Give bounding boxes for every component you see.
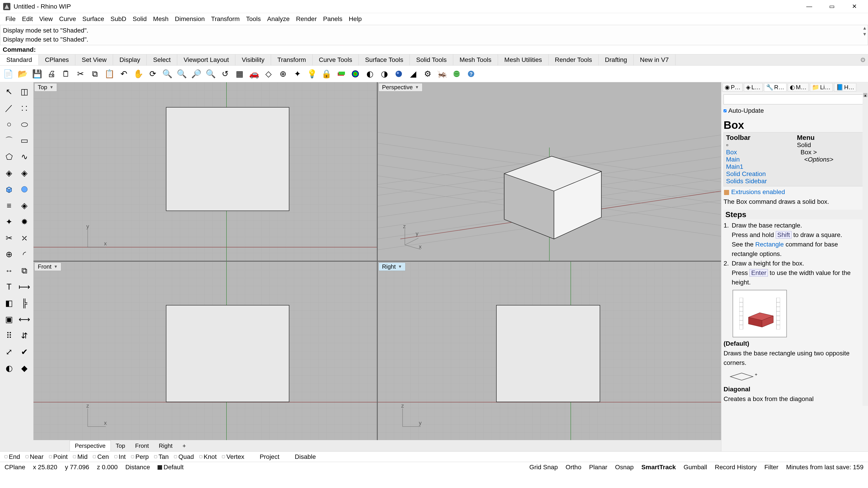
viewport-top[interactable]: Top▼ y x [33, 82, 377, 261]
box-icon[interactable] [2, 182, 16, 197]
osnap-quad[interactable]: Quad [174, 453, 194, 460]
viewport-label-top[interactable]: Top▼ [34, 83, 57, 92]
grasshopper-icon[interactable]: 🦗 [436, 68, 448, 80]
four-view-icon[interactable]: ▦ [234, 68, 246, 80]
tab-select[interactable]: Select [147, 55, 177, 65]
status-gridsnap[interactable]: Grid Snap [529, 464, 558, 471]
tab-display[interactable]: Display [113, 55, 147, 65]
print-icon[interactable]: 🖨 [46, 68, 57, 80]
vptab-right[interactable]: Right [154, 441, 178, 451]
osnap-point[interactable]: Point [49, 453, 68, 460]
menu-solid[interactable]: Solid [129, 14, 150, 24]
dim-icon[interactable]: ⟼ [17, 279, 32, 295]
solid2-icon[interactable]: ▣ [2, 312, 16, 327]
copy2-icon[interactable]: ⧉ [17, 263, 32, 278]
tab-render-tools[interactable]: Render Tools [549, 55, 598, 65]
menu-analyze[interactable]: Analyze [264, 14, 293, 24]
auto-update-checkbox[interactable]: Auto-Update [723, 107, 866, 114]
rotate-view-icon[interactable]: ⟳ [147, 68, 159, 80]
help-link[interactable]: Main1 [726, 163, 793, 170]
help-search-input[interactable] [723, 94, 866, 104]
new-file-icon[interactable]: 📄 [2, 68, 14, 80]
help-icon[interactable]: ? [465, 68, 477, 80]
lasso-icon[interactable]: ◫ [17, 84, 32, 99]
menu-subd[interactable]: SubD [107, 14, 129, 24]
help-link[interactable]: Solid Creation [726, 170, 793, 177]
tab-standard[interactable]: Standard [0, 55, 39, 65]
fillet-icon[interactable]: ◜ [17, 247, 32, 262]
status-smarttrack[interactable]: SmartTrack [641, 464, 676, 471]
undo-view-icon[interactable]: ↺ [219, 68, 231, 80]
options-icon[interactable]: 🗒 [60, 68, 72, 80]
menu-view[interactable]: View [36, 14, 56, 24]
tab-surface-tools[interactable]: Surface Tools [359, 55, 410, 65]
tab-solid-tools[interactable]: Solid Tools [410, 55, 453, 65]
spotlight-icon[interactable]: ◢ [407, 68, 419, 80]
dropdown-arrow-icon[interactable]: ▼ [54, 264, 58, 269]
save-file-icon[interactable]: 💾 [31, 68, 43, 80]
viewport-perspective[interactable]: Perspective▼ z y [378, 82, 721, 261]
status-history[interactable]: Record History [715, 464, 756, 471]
analyze-icon[interactable]: ◧ [2, 295, 16, 311]
osnap-near[interactable]: Near [26, 453, 43, 460]
options2-icon[interactable]: ⚙ [422, 68, 434, 80]
osnap-mid[interactable]: Mid [73, 453, 88, 460]
explode-icon[interactable]: ✹ [17, 214, 32, 230]
vptab-add[interactable]: + [178, 441, 191, 451]
zoom-window-icon[interactable]: 🔍 [176, 68, 188, 80]
scale-icon[interactable]: ⤢ [2, 344, 16, 360]
copy-icon[interactable]: ⧉ [89, 68, 101, 80]
panel-tab-libraries[interactable]: 📁 Li… [810, 83, 833, 92]
osnap-knot[interactable]: Knot [199, 453, 217, 460]
pan-icon[interactable]: ✋ [132, 68, 144, 80]
hide-icon[interactable]: 💡 [306, 68, 318, 80]
help-link[interactable]: Solids Sidebar [726, 177, 793, 185]
sphere-icon[interactable] [17, 182, 32, 197]
status-ortho[interactable]: Ortho [565, 464, 581, 471]
cut-icon[interactable]: ✂ [74, 68, 86, 80]
menu-curve[interactable]: Curve [56, 14, 79, 24]
help-link[interactable]: Main [726, 156, 793, 163]
dim2-icon[interactable]: ╠ [17, 295, 32, 311]
polygon-icon[interactable]: ⬠ [2, 149, 16, 164]
lock-icon[interactable]: 🔒 [320, 68, 332, 80]
tab-new-v7[interactable]: New in V7 [633, 55, 675, 65]
osnap-project[interactable]: Project [260, 453, 279, 460]
panel-tab-properties[interactable]: ◉ P… [723, 83, 743, 92]
text-icon[interactable]: T [2, 279, 16, 295]
zoom-selected-icon[interactable]: 🔍 [205, 68, 217, 80]
tab-cplanes[interactable]: CPlanes [39, 55, 75, 65]
arrow-icon[interactable]: ↖ [2, 84, 16, 99]
ellipse-icon[interactable]: ⬭ [17, 117, 32, 132]
menu-transform[interactable]: Transform [208, 14, 243, 24]
maximize-button[interactable]: ▭ [827, 2, 836, 11]
split-icon[interactable]: ⤫ [17, 230, 32, 246]
rectangle-link[interactable]: Rectangle [755, 241, 784, 248]
curve-icon[interactable]: ∿ [17, 149, 32, 164]
minimize-button[interactable]: — [805, 2, 814, 11]
osnap-end[interactable]: End [4, 453, 20, 460]
tab-viewport-layout[interactable]: Viewport Layout [177, 55, 235, 65]
named-cplane-icon[interactable]: 🚗 [248, 68, 260, 80]
vptab-perspective[interactable]: Perspective [70, 440, 111, 451]
panel-tab-layers[interactable]: ◈ L… [744, 83, 763, 92]
dropdown-arrow-icon[interactable]: ▼ [50, 85, 54, 90]
tab-visibility[interactable]: Visibility [235, 55, 271, 65]
tab-setview[interactable]: Set View [75, 55, 113, 65]
undo-icon[interactable]: ↶ [118, 68, 130, 80]
paste-icon[interactable]: 📋 [103, 68, 115, 80]
osnap-int[interactable]: Int [114, 453, 126, 460]
tab-curve-tools[interactable]: Curve Tools [313, 55, 359, 65]
command-line[interactable]: Command: [0, 45, 868, 54]
osnap-perp[interactable]: Perp [131, 453, 149, 460]
menu-tools[interactable]: Tools [243, 14, 264, 24]
menu-dimension[interactable]: Dimension [172, 14, 208, 24]
status-filter[interactable]: Filter [764, 464, 778, 471]
menu-panels[interactable]: Panels [320, 14, 346, 24]
material-icon[interactable]: ◆ [17, 361, 32, 376]
trim-icon[interactable]: ✂ [2, 230, 16, 246]
tab-drafting[interactable]: Drafting [598, 55, 633, 65]
shade-icon[interactable]: ◐ [364, 68, 376, 80]
extrude-icon[interactable]: ◈ [17, 165, 32, 181]
osnap-tan[interactable]: Tan [154, 453, 168, 460]
